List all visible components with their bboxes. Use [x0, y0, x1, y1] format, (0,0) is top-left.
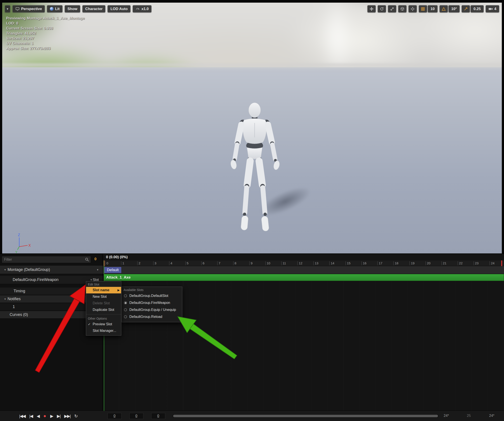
snap-target-icon — [410, 7, 415, 11]
translate-tool-button[interactable] — [367, 5, 376, 12]
lit-label: Lit — [55, 7, 60, 11]
coordinate-space-button[interactable] — [398, 5, 407, 12]
radio-icon[interactable] — [124, 315, 127, 318]
ruler-tick: 19 — [410, 261, 415, 265]
scrollbar-thumb[interactable] — [173, 415, 438, 417]
timeline-scrollbar[interactable] — [173, 414, 438, 418]
timeline-ruler[interactable]: 0 1 2 3 4 5 6 7 8 9 10 11 12 13 14 15 16… — [103, 261, 504, 266]
search-icon[interactable] — [85, 257, 89, 262]
range-end-frames: 24* — [444, 414, 449, 418]
new-slot-label: New Slot — [93, 295, 107, 298]
stats-uv-channels: UV Channels: 1 — [6, 41, 84, 46]
grid-snap-value-button[interactable]: 10 — [428, 5, 438, 12]
ruler-tick: 11 — [281, 261, 286, 265]
grid-snap-value: 10 — [431, 7, 435, 11]
play-reverse-button[interactable]: ◀ — [37, 414, 40, 419]
slot-option-defaultslot[interactable]: DefaultGroup.DefaultSlot — [122, 292, 182, 299]
go-to-end-button[interactable]: ▶▶| — [64, 414, 70, 419]
character-button[interactable]: Character — [82, 5, 105, 12]
expander-icon[interactable]: ▾ — [4, 268, 6, 271]
other-options-header: Other Options — [86, 315, 121, 321]
default-group-chip[interactable]: Default — [104, 267, 121, 273]
current-time-field[interactable]: 0 — [129, 413, 143, 419]
ruler-tick: 23 — [474, 261, 479, 265]
3d-viewport[interactable]: Previewing Montage Attack_1_Axe_Montage … — [2, 3, 502, 253]
ruler-tick: 24 — [490, 261, 495, 265]
range-end-frames-2: 24* — [489, 414, 494, 418]
scale-snap-value: 0.25 — [474, 7, 481, 11]
playhead-readout: 0 (0.00) (0%) — [106, 255, 128, 259]
menu-item-delete-slot: Delete Slot — [86, 300, 121, 307]
current-frame-field[interactable]: 0 — [108, 413, 121, 419]
notifies-label: Notifies — [8, 297, 21, 301]
record-button[interactable]: ● — [43, 413, 46, 419]
viewport-options-button[interactable]: ▾ — [5, 5, 10, 12]
perspective-button[interactable]: Perspective — [12, 5, 45, 12]
menu-item-new-slot[interactable]: New Slot — [86, 293, 121, 300]
scale-snap-toggle[interactable] — [462, 5, 470, 12]
ruler-tick: 3 — [153, 261, 156, 265]
range-end-marker[interactable] — [501, 261, 502, 266]
step-backward-button[interactable]: |◀ — [29, 414, 33, 419]
ruler-tick: 1 — [121, 261, 124, 265]
chevron-down-icon[interactable]: ▾ — [97, 268, 98, 271]
ruler-tick: 22 — [458, 261, 463, 265]
transport-bar: |◀◀ |◀ ◀ ● ▶ ▶| ▶▶| ↻ 0 0 0 24* 25 24* — [0, 410, 504, 421]
ruler-tick: 5 — [185, 261, 188, 265]
ruler-tick: 18 — [393, 261, 398, 265]
surface-snap-button[interactable] — [408, 5, 417, 12]
character-label: Character — [85, 7, 102, 11]
ruler-tick: 2 — [137, 261, 140, 265]
available-slots-header: Available Slots — [122, 287, 182, 292]
play-button[interactable]: ▶ — [50, 414, 53, 419]
radio-icon[interactable] — [124, 308, 127, 311]
stats-vertices: Vertices: 23,297 — [6, 36, 84, 41]
grid-snap-toggle[interactable] — [419, 5, 427, 12]
lit-button[interactable]: Lit — [47, 5, 62, 12]
group-track-stripe: Default — [103, 266, 504, 274]
step-forward-button[interactable]: ▶| — [57, 414, 60, 419]
slot-option-equip-unequip[interactable]: DefaultGroup.Equip / Unequip — [122, 306, 182, 313]
radio-icon[interactable] — [124, 294, 127, 297]
ruler-tick: 8 — [233, 261, 236, 265]
menu-item-slot-manager[interactable]: Slot Manager... — [86, 327, 121, 334]
ruler-tick: 12 — [297, 261, 302, 265]
filter-input[interactable] — [2, 256, 91, 263]
transport-controls: |◀◀ |◀ ◀ ● ▶ ▶| ▶▶| ↻ — [19, 411, 77, 421]
axis-x-label: X — [28, 243, 31, 247]
axis-gizmo: Z X Y — [13, 233, 35, 253]
expander-icon[interactable]: ▾ — [4, 297, 6, 301]
montage-segment[interactable]: Attack_1_Axe — [104, 274, 504, 281]
slot-context-menu: Edit Slot Slot name ▶ New Slot Delete Sl… — [86, 281, 121, 336]
menu-item-duplicate-slot[interactable]: Duplicate Slot — [86, 307, 121, 313]
lod-auto-button[interactable]: LOD Auto — [108, 5, 131, 12]
camera-speed-button[interactable]: 4 — [486, 5, 499, 12]
lod-label: LOD Auto — [110, 7, 128, 11]
slot-option-reload[interactable]: DefaultGroup.Reload — [122, 313, 182, 320]
timeline-area[interactable]: 0 (0.00) (0%) 0 1 2 3 4 5 6 7 8 9 10 11 … — [103, 254, 504, 411]
loop-button[interactable]: ↻ — [74, 414, 77, 419]
go-to-front-button[interactable]: |◀◀ — [19, 414, 25, 419]
radio-selected-icon[interactable] — [124, 301, 127, 304]
rotate-tool-button[interactable] — [378, 5, 386, 12]
ruler-tick: 4 — [169, 261, 172, 265]
scale-snap-value-button[interactable]: 0.25 — [471, 5, 483, 12]
notify-track-label: 1 — [13, 305, 15, 309]
slot-option-fireweapon[interactable]: DefaultGroup.FireWeapon — [122, 299, 182, 306]
show-button[interactable]: Show — [65, 5, 80, 12]
move-icon — [369, 7, 374, 11]
playback-speed-button[interactable]: x1.0 — [133, 5, 151, 12]
ruler-tick: 7 — [217, 261, 220, 265]
current-percent-field[interactable]: 0 — [151, 413, 165, 419]
grid-icon — [421, 7, 425, 11]
track-row-montage-group[interactable]: ▾ Montage (DefaultGroup) ▾ — [0, 266, 103, 274]
montage-panel: 0 ▾ Montage (DefaultGroup) ▾ DefaultGrou… — [0, 253, 504, 421]
camera-speed-value: 4 — [494, 7, 496, 11]
menu-item-slot-name[interactable]: Slot name ▶ — [86, 287, 121, 293]
rotation-snap-toggle[interactable] — [439, 5, 448, 12]
check-icon: ✓ — [88, 321, 91, 327]
rotation-snap-value-button[interactable]: 10° — [449, 5, 460, 12]
chevron-down-icon: ▾ — [7, 7, 8, 11]
menu-item-preview-slot[interactable]: ✓ Preview Slot — [86, 321, 121, 327]
scale-tool-button[interactable] — [388, 5, 396, 12]
